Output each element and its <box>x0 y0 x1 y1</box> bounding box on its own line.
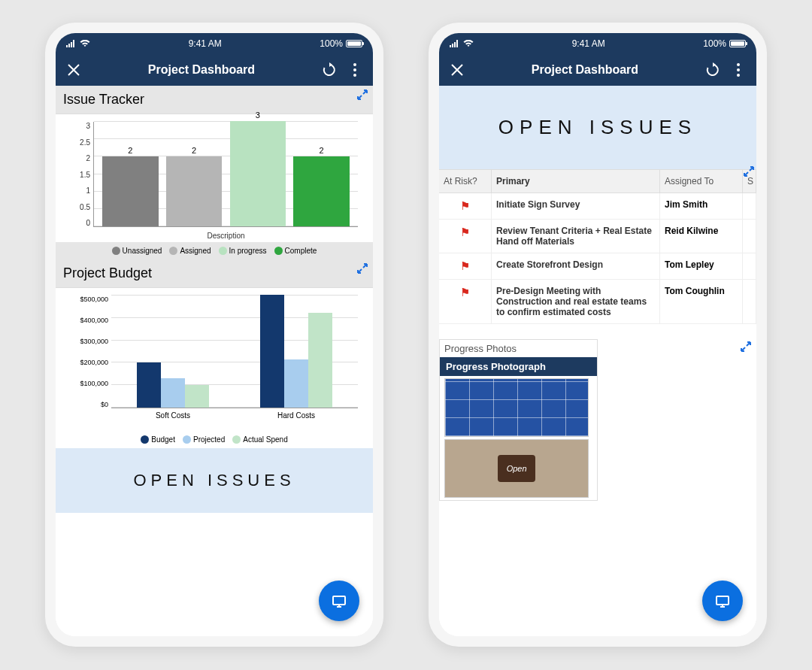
expand-icon[interactable] <box>356 262 368 274</box>
nav-bar: Project Dashboard <box>56 54 373 86</box>
refresh-icon[interactable] <box>704 61 722 79</box>
progress-photograph-header[interactable]: Progress Photograph <box>440 357 597 376</box>
expand-icon[interactable] <box>356 89 368 101</box>
cell-assigned: Tom Coughlin <box>660 280 743 323</box>
status-left <box>450 40 474 47</box>
svg-point-0 <box>353 63 356 66</box>
project-budget-title: Project Budget <box>63 265 152 280</box>
screen-1: 9:41 AM 100% Project Dashboard Issue Tra… <box>56 33 373 636</box>
issue-tracker-title: Issue Tracker <box>63 92 144 107</box>
table-row[interactable]: ⚑Initiate Sign SurveyJim Smith <box>439 193 756 220</box>
battery-icon <box>346 40 362 47</box>
open-issues-banner: OPEN ISSUES <box>439 86 756 169</box>
cell-assigned: Jim Smith <box>660 193 743 219</box>
wifi-icon <box>80 40 90 47</box>
dashboard-content-2: OPEN ISSUES At Risk? Primary Assigned To… <box>439 86 756 636</box>
svg-point-4 <box>737 63 740 66</box>
project-budget-legend: BudgetProjectedActual Spend <box>56 431 373 448</box>
expand-icon[interactable] <box>743 165 755 177</box>
col-header-primary[interactable]: Primary <box>492 170 660 193</box>
svg-point-6 <box>737 74 740 77</box>
project-budget-header: Project Budget <box>56 259 373 288</box>
issue-tracker-header: Issue Tracker <box>56 86 373 114</box>
presentation-fab[interactable] <box>702 581 743 621</box>
issues-table-header: At Risk? Primary Assigned To S <box>439 169 756 193</box>
status-battery: 100% <box>320 38 362 49</box>
svg-point-2 <box>353 74 356 77</box>
close-icon[interactable] <box>65 61 83 79</box>
status-bar: 9:41 AM 100% <box>56 33 373 54</box>
status-bar: 9:41 AM 100% <box>439 33 756 54</box>
cell-primary: Create Storefront Design <box>492 253 660 279</box>
issue-tracker-chart: 32.521.510.502232Description <box>56 114 373 242</box>
dashboard-content: Issue Tracker 32.521.510.502232Descripti… <box>56 86 373 636</box>
svg-rect-7 <box>717 596 729 605</box>
expand-icon[interactable] <box>740 341 752 353</box>
nav-title: Project Dashboard <box>90 63 313 77</box>
close-icon[interactable] <box>448 61 466 79</box>
status-time: 9:41 AM <box>572 38 605 49</box>
svg-rect-3 <box>333 596 345 605</box>
progress-photo-1[interactable] <box>444 378 589 437</box>
progress-photo-2[interactable]: Open <box>444 439 589 498</box>
issues-table-body: ⚑Initiate Sign SurveyJim Smith⚑Review Te… <box>439 193 756 324</box>
svg-point-5 <box>737 68 740 71</box>
nav-title: Project Dashboard <box>474 63 696 77</box>
flag-icon: ⚑ <box>439 220 492 253</box>
progress-photos-title: Progress Photos <box>440 340 597 357</box>
presentation-fab[interactable] <box>319 581 359 621</box>
table-row[interactable]: ⚑Create Storefront DesignTom Lepley <box>439 253 756 280</box>
status-left <box>66 40 90 47</box>
signal-icon <box>66 40 74 47</box>
cell-assigned: Reid Kilwine <box>660 220 743 253</box>
cell-primary: Review Tenant Criteria + Real Estate Han… <box>492 220 660 253</box>
more-icon[interactable] <box>729 61 747 79</box>
more-icon[interactable] <box>346 61 364 79</box>
table-row[interactable]: ⚑Review Tenant Criteria + Real Estate Ha… <box>439 220 756 253</box>
status-time: 9:41 AM <box>189 38 222 49</box>
screen-2: 9:41 AM 100% Project Dashboard OPEN ISSU… <box>439 33 756 636</box>
status-battery: 100% <box>703 38 746 49</box>
battery-icon <box>729 40 746 47</box>
phone-frame-2: 9:41 AM 100% Project Dashboard OPEN ISSU… <box>429 23 767 647</box>
cell-primary: Initiate Sign Survey <box>492 193 660 219</box>
col-header-assigned[interactable]: Assigned To <box>660 170 743 193</box>
cell-primary: Pre-Design Meeting with Construction and… <box>492 280 660 323</box>
flag-icon: ⚑ <box>439 193 492 219</box>
refresh-icon[interactable] <box>320 61 338 79</box>
progress-photos-section: Progress Photos Progress Photograph Open <box>439 339 598 501</box>
open-issues-banner[interactable]: OPEN ISSUES <box>56 448 373 513</box>
col-header-risk[interactable]: At Risk? <box>439 170 492 193</box>
nav-bar: Project Dashboard <box>439 54 756 86</box>
phone-frame-1: 9:41 AM 100% Project Dashboard Issue Tra… <box>45 23 383 647</box>
wifi-icon <box>463 40 474 47</box>
cell-assigned: Tom Lepley <box>660 253 743 279</box>
flag-icon: ⚑ <box>439 280 492 323</box>
flag-icon: ⚑ <box>439 253 492 279</box>
svg-point-1 <box>353 68 356 71</box>
issue-tracker-legend: UnassignedAssignedIn progressComplete <box>56 242 373 259</box>
table-row[interactable]: ⚑Pre-Design Meeting with Construction an… <box>439 280 756 324</box>
project-budget-chart: $500,000$400,000$300,000$200,000$100,000… <box>56 288 373 431</box>
signal-icon <box>450 40 458 47</box>
